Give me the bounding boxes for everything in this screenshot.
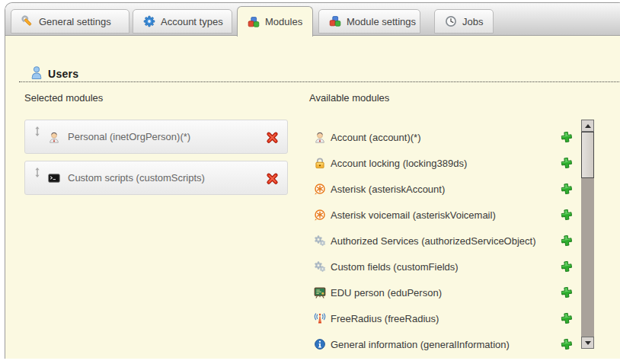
available-module-label: FreeRadius (freeRadius): [331, 313, 439, 324]
blackboard-icon: [314, 286, 326, 299]
scrollbar-thumb[interactable]: [581, 132, 594, 178]
add-icon[interactable]: [561, 312, 573, 324]
available-module-label: Authorized Services (authorizedServiceOb…: [331, 235, 536, 247]
delete-icon[interactable]: [266, 172, 279, 185]
tab-modules[interactable]: Modules: [237, 6, 313, 37]
available-module-label: EDU person (eduPerson): [331, 287, 442, 299]
available-module-label: Asterisk (asteriskAccount): [331, 184, 445, 195]
available-module-row: General information (generalInformation): [314, 337, 577, 352]
add-icon[interactable]: [561, 286, 573, 299]
wrench-icon: [21, 15, 34, 27]
add-icon[interactable]: [561, 131, 573, 143]
add-icon[interactable]: [561, 338, 573, 350]
lock-icon: [314, 157, 326, 169]
tab-label: Module settings: [347, 16, 416, 27]
available-module-row: FreeRadius (freeRadius): [314, 311, 577, 326]
tab-bar: General settings Account types Modules M…: [5, 3, 620, 36]
available-module-row: Asterisk (asteriskAccount): [314, 181, 577, 196]
gears-icon: [314, 260, 326, 273]
drag-handle-icon[interactable]: [34, 167, 41, 178]
user-icon: [30, 65, 43, 79]
selected-module-row[interactable]: Personal (inetOrgPerson)(*): [24, 120, 288, 154]
person-icon: [314, 131, 326, 143]
available-modules-scrollbar[interactable]: [581, 120, 594, 349]
available-module-row: Account (account)(*): [314, 129, 577, 145]
available-module-row: Authorized Services (authorizedServiceOb…: [314, 233, 577, 248]
tab-jobs[interactable]: Jobs: [434, 9, 494, 34]
asterisk-icon: [314, 209, 326, 221]
available-module-label: Account (account)(*): [331, 132, 421, 143]
gear-icon: [143, 15, 155, 27]
triangle-down-icon: [585, 341, 591, 345]
selected-module-row[interactable]: Custom scripts (customScripts): [24, 161, 288, 195]
terminal-icon: [48, 172, 60, 184]
selected-module-label: Custom scripts (customScripts): [68, 161, 205, 194]
delete-icon[interactable]: [266, 131, 279, 144]
person-icon: [48, 131, 60, 143]
scroll-up-button[interactable]: [581, 120, 594, 132]
gears-icon: [314, 235, 326, 247]
available-module-label: Custom fields (customFields): [331, 261, 459, 273]
add-icon[interactable]: [561, 209, 573, 221]
antenna-icon: [314, 312, 326, 324]
available-module-label: General information (generalInformation): [331, 339, 510, 350]
add-icon[interactable]: [561, 183, 573, 195]
tab-module-settings[interactable]: Module settings: [318, 9, 420, 34]
scroll-down-button[interactable]: [581, 337, 594, 349]
tab-general-settings[interactable]: General settings: [11, 9, 129, 34]
tab-label: Modules: [265, 16, 302, 27]
selected-modules-heading: Selected modules: [24, 92, 103, 104]
info-icon: [314, 338, 326, 350]
modules-icon: [248, 16, 260, 28]
add-icon[interactable]: [561, 235, 573, 247]
modules-icon: [329, 15, 341, 27]
asterisk-icon: [314, 183, 326, 195]
tab-label: Jobs: [462, 16, 483, 27]
config-window: General settings Account types Modules M…: [5, 2, 620, 359]
section-divider: [19, 81, 620, 82]
drag-handle-icon[interactable]: [34, 126, 41, 137]
selected-module-label: Personal (inetOrgPerson)(*): [68, 120, 190, 153]
add-icon[interactable]: [561, 157, 573, 169]
available-module-row: Account locking (locking389ds): [314, 155, 577, 171]
tab-account-types[interactable]: Account types: [133, 9, 232, 34]
add-icon[interactable]: [561, 260, 573, 273]
available-modules-heading: Available modules: [309, 92, 389, 104]
available-module-row: Asterisk voicemail (asteriskVoicemail): [314, 207, 577, 222]
available-module-row: EDU person (eduPerson): [314, 285, 577, 300]
tab-label: Account types: [161, 16, 223, 27]
tab-label: General settings: [39, 16, 111, 27]
clock-icon: [445, 15, 457, 27]
available-module-label: Account locking (locking389ds): [331, 158, 467, 169]
available-module-row: Custom fields (customFields): [314, 259, 577, 274]
available-module-label: Asterisk voicemail (asteriskVoicemail): [331, 209, 496, 221]
triangle-up-icon: [585, 124, 591, 128]
section-title: Users: [48, 68, 78, 80]
